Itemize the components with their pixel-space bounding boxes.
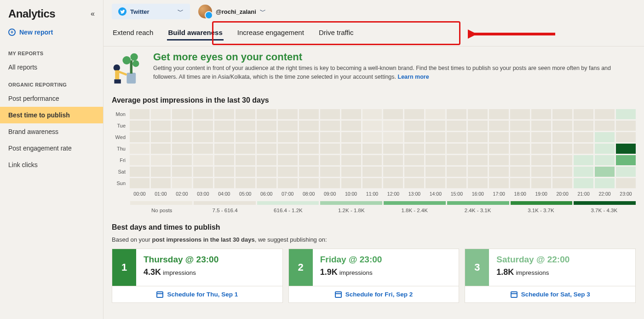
heatmap-cell[interactable]: [320, 109, 340, 119]
heatmap-cell[interactable]: [257, 109, 276, 119]
heatmap-cell[interactable]: [193, 155, 213, 165]
heatmap-cell[interactable]: [214, 121, 234, 131]
heatmap-cell[interactable]: [489, 109, 509, 119]
heatmap-cell[interactable]: [510, 109, 530, 119]
heatmap-cell[interactable]: [616, 144, 636, 154]
heatmap-cell[interactable]: [130, 109, 150, 119]
heatmap-cell[interactable]: [531, 109, 551, 119]
heatmap-cell[interactable]: [299, 132, 319, 142]
heatmap-cell[interactable]: [574, 167, 593, 177]
heatmap-cell[interactable]: [278, 167, 298, 177]
heatmap-cell[interactable]: [616, 132, 636, 142]
heatmap-cell[interactable]: [130, 132, 150, 142]
heatmap-cell[interactable]: [510, 167, 530, 177]
heatmap-cell[interactable]: [299, 155, 319, 165]
heatmap-cell[interactable]: [383, 155, 403, 165]
heatmap-cell[interactable]: [595, 155, 615, 165]
heatmap-cell[interactable]: [616, 155, 636, 165]
heatmap-cell[interactable]: [151, 167, 171, 177]
heatmap-cell[interactable]: [595, 167, 615, 177]
heatmap-cell[interactable]: [320, 178, 340, 188]
heatmap-cell[interactable]: [130, 121, 150, 131]
tab-drive-traffic[interactable]: Drive traffic: [318, 26, 355, 41]
heatmap-cell[interactable]: [320, 155, 340, 165]
heatmap-cell[interactable]: [214, 109, 234, 119]
heatmap-cell[interactable]: [426, 109, 445, 119]
heatmap-cell[interactable]: [193, 144, 213, 154]
heatmap-cell[interactable]: [447, 132, 466, 142]
heatmap-cell[interactable]: [447, 178, 466, 188]
heatmap-cell[interactable]: [510, 132, 530, 142]
heatmap-cell[interactable]: [320, 121, 340, 131]
heatmap-cell[interactable]: [531, 155, 551, 165]
heatmap-cell[interactable]: [404, 178, 424, 188]
heatmap-cell[interactable]: [362, 167, 382, 177]
heatmap-cell[interactable]: [257, 121, 276, 131]
heatmap-cell[interactable]: [320, 144, 340, 154]
heatmap-cell[interactable]: [468, 121, 488, 131]
sidebar-item-all-reports[interactable]: All reports: [0, 59, 103, 75]
heatmap-cell[interactable]: [362, 155, 382, 165]
heatmap-cell[interactable]: [151, 155, 171, 165]
heatmap-cell[interactable]: [552, 155, 572, 165]
tab-build-awareness[interactable]: Build awareness: [167, 26, 223, 41]
heatmap-cell[interactable]: [362, 178, 382, 188]
heatmap-cell[interactable]: [299, 121, 319, 131]
sidebar-item-engagement-rate[interactable]: Post engagement rate: [0, 140, 103, 157]
sidebar-item-link-clicks[interactable]: Link clicks: [0, 157, 103, 173]
heatmap-cell[interactable]: [278, 132, 298, 142]
heatmap-cell[interactable]: [236, 109, 255, 119]
heatmap-cell[interactable]: [172, 109, 192, 119]
heatmap-cell[interactable]: [510, 178, 530, 188]
heatmap-cell[interactable]: [489, 132, 509, 142]
heatmap-cell[interactable]: [341, 178, 361, 188]
heatmap-cell[interactable]: [552, 109, 572, 119]
heatmap-cell[interactable]: [574, 109, 593, 119]
heatmap-cell[interactable]: [383, 144, 403, 154]
heatmap-cell[interactable]: [130, 144, 150, 154]
heatmap-cell[interactable]: [447, 109, 466, 119]
sidebar-item-brand-awareness[interactable]: Brand awareness: [0, 123, 103, 140]
heatmap-cell[interactable]: [172, 167, 192, 177]
heatmap-cell[interactable]: [552, 167, 572, 177]
heatmap-cell[interactable]: [193, 109, 213, 119]
heatmap-cell[interactable]: [447, 155, 466, 165]
learn-more-link[interactable]: Learn more: [398, 74, 429, 80]
sidebar-item-best-time[interactable]: Best time to publish: [0, 107, 103, 123]
heatmap-cell[interactable]: [404, 167, 424, 177]
tab-increase-engagement[interactable]: Increase engagement: [236, 26, 305, 41]
heatmap-cell[interactable]: [341, 109, 361, 119]
heatmap-cell[interactable]: [172, 144, 192, 154]
heatmap-cell[interactable]: [362, 144, 382, 154]
heatmap-cell[interactable]: [236, 144, 255, 154]
heatmap-cell[interactable]: [193, 167, 213, 177]
schedule-button-3[interactable]: Schedule for Sat, Sep 3: [465, 286, 635, 302]
heatmap-cell[interactable]: [552, 144, 572, 154]
heatmap-cell[interactable]: [510, 121, 530, 131]
heatmap-cell[interactable]: [489, 144, 509, 154]
heatmap-cell[interactable]: [489, 178, 509, 188]
heatmap-cell[interactable]: [531, 132, 551, 142]
heatmap-cell[interactable]: [595, 178, 615, 188]
heatmap-cell[interactable]: [151, 121, 171, 131]
heatmap-cell[interactable]: [214, 167, 234, 177]
heatmap-cell[interactable]: [278, 109, 298, 119]
heatmap-cell[interactable]: [193, 121, 213, 131]
heatmap-cell[interactable]: [214, 155, 234, 165]
heatmap-cell[interactable]: [299, 109, 319, 119]
heatmap-cell[interactable]: [616, 178, 636, 188]
heatmap-cell[interactable]: [151, 144, 171, 154]
heatmap-cell[interactable]: [426, 178, 445, 188]
heatmap-cell[interactable]: [552, 178, 572, 188]
heatmap-cell[interactable]: [574, 178, 593, 188]
heatmap-cell[interactable]: [404, 155, 424, 165]
heatmap-cell[interactable]: [574, 121, 593, 131]
heatmap-cell[interactable]: [362, 132, 382, 142]
heatmap-cell[interactable]: [510, 144, 530, 154]
heatmap-cell[interactable]: [531, 167, 551, 177]
heatmap-cell[interactable]: [341, 144, 361, 154]
heatmap-cell[interactable]: [531, 121, 551, 131]
heatmap-cell[interactable]: [595, 132, 615, 142]
schedule-button-1[interactable]: Schedule for Thu, Sep 1: [112, 286, 282, 302]
heatmap-cell[interactable]: [531, 144, 551, 154]
